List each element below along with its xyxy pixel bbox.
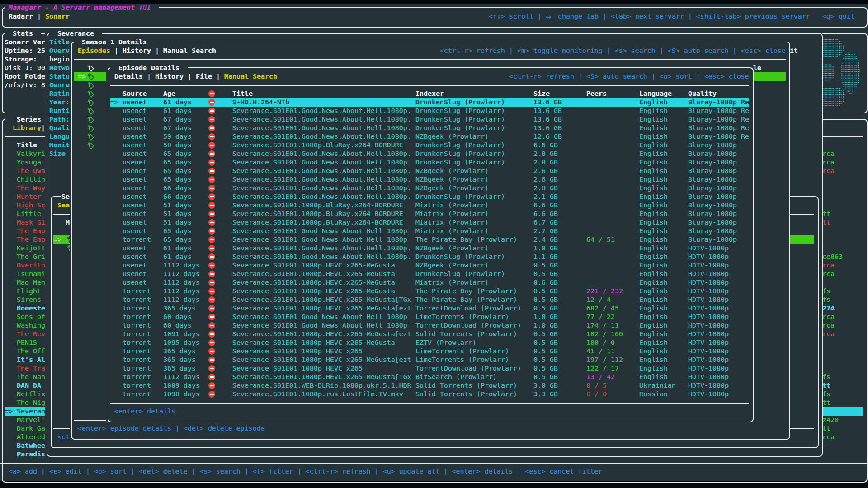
release-quality: HDTV-1080p xyxy=(688,244,729,253)
release-indexer: TorrentDownload (Prowlarr) xyxy=(415,364,521,373)
release-source[interactable]: usenet xyxy=(123,150,147,158)
release-age: 1112 days xyxy=(163,296,200,304)
rejected-icon xyxy=(208,391,215,398)
release-age: 59 days xyxy=(163,132,192,141)
release-quality: Bluray-1080p xyxy=(688,192,737,201)
release-quality: Bluray-1080p xyxy=(688,175,737,184)
release-quality: Bluray-1080p xyxy=(688,201,737,210)
release-indexer: DrunkenSlug (Prowlarr) xyxy=(415,98,505,107)
release-age: 60 days xyxy=(163,313,192,321)
release-source[interactable]: usenet xyxy=(123,175,147,184)
release-source[interactable]: usenet xyxy=(123,210,147,218)
release-language: English xyxy=(639,227,668,235)
release-source[interactable]: usenet xyxy=(123,184,147,192)
release-age: 1112 days xyxy=(163,278,200,287)
release-indexer: Miatrix (Prowlarr) xyxy=(415,210,489,218)
release-size: 1.0 GB xyxy=(533,244,558,253)
release-source[interactable]: usenet xyxy=(123,270,147,278)
release-quality: Bluray-1080p xyxy=(688,167,737,175)
release-source[interactable]: torrent xyxy=(123,356,151,364)
release-source[interactable]: torrent xyxy=(123,304,151,313)
release-source[interactable]: usenet xyxy=(123,278,147,287)
release-source[interactable]: usenet xyxy=(123,201,147,210)
release-size: 6.6 GB xyxy=(533,201,558,210)
rejected-icon xyxy=(208,331,215,338)
release-language: English xyxy=(639,356,668,364)
text: | xyxy=(188,72,192,81)
tab-details[interactable]: Details xyxy=(114,72,143,81)
release-quality: Bluray-1080p Re xyxy=(688,115,749,124)
release-indexer: DrunkenSlug (Prowlarr) xyxy=(415,107,505,115)
rejected-icon xyxy=(208,228,215,235)
rejected-icon xyxy=(208,150,215,157)
release-size: 13.6 GB xyxy=(533,107,562,115)
release-source[interactable]: torrent xyxy=(123,313,151,321)
release-title: Severance.S01E01.Good.News.About.Hell.10… xyxy=(232,107,411,115)
release-quality: HDTV-1080p xyxy=(688,253,729,261)
release-source[interactable]: torrent xyxy=(123,381,151,390)
rejected-icon xyxy=(208,288,215,295)
release-age: 67 days xyxy=(163,115,192,124)
release-age: 65 days xyxy=(163,175,192,184)
release-source[interactable]: torrent xyxy=(123,321,151,330)
release-indexer: Miatrix (Prowlarr) xyxy=(415,218,489,227)
release-quality: HDTV-1080p xyxy=(688,330,729,338)
tab-ep-history[interactable]: History xyxy=(155,72,184,81)
release-indexer: DrunkenSlug (Prowlarr) xyxy=(415,270,505,278)
release-peers: 682 / 45 xyxy=(586,304,619,313)
release-source[interactable]: usenet xyxy=(123,227,147,235)
release-age: 1112 days xyxy=(163,261,200,270)
release-language: English xyxy=(639,304,668,313)
release-source[interactable]: usenet xyxy=(123,141,147,150)
release-title: Severance.S01E01.WEB-DLRip.1080p.ukr.5.1… xyxy=(232,381,411,390)
release-source[interactable]: torrent xyxy=(123,287,151,296)
release-source[interactable]: torrent xyxy=(123,390,151,399)
release-title: Severance.S01E01.Good.News.About.Hell.10… xyxy=(232,115,411,124)
release-source[interactable]: usenet xyxy=(123,124,147,132)
release-source[interactable]: torrent xyxy=(123,330,151,338)
tab-file[interactable]: File xyxy=(196,72,212,81)
release-age: 1090 days xyxy=(163,390,200,399)
release-source[interactable]: usenet xyxy=(123,98,147,107)
release-title: Severance.S01E01.1080p.HEVC.x265-MeGusta… xyxy=(232,330,411,338)
release-source[interactable]: usenet xyxy=(123,192,147,201)
release-language: English xyxy=(639,321,668,330)
release-age: 1091 days xyxy=(163,330,200,338)
release-language: English xyxy=(639,296,668,304)
rejected-icon xyxy=(208,176,215,183)
release-source[interactable]: usenet xyxy=(123,218,147,227)
release-source[interactable]: torrent xyxy=(123,347,151,356)
release-source[interactable]: usenet xyxy=(123,132,147,141)
release-source[interactable]: usenet xyxy=(123,244,147,253)
release-peers: 12 / 4 xyxy=(586,296,611,304)
release-age: 65 days xyxy=(163,227,192,235)
release-source[interactable]: torrent xyxy=(123,235,151,244)
release-source[interactable]: usenet xyxy=(123,253,147,261)
release-source[interactable]: torrent xyxy=(123,373,151,381)
release-source[interactable]: usenet xyxy=(123,115,147,124)
release-title: Severance S01E01 1080p HEVC x265-MeGusta xyxy=(232,287,395,296)
release-age: 65 days xyxy=(163,150,192,158)
release-size: 0.5 GB xyxy=(533,356,558,364)
release-quality: Bluray-1080p xyxy=(688,150,737,158)
release-title: Severance.S01E01.Good.News.About.Hell.10… xyxy=(232,150,411,158)
text: | xyxy=(147,72,151,81)
release-indexer: TorrentDownload (Prowlarr) xyxy=(415,321,521,330)
release-indexer: NZBgeek (Prowlarr) xyxy=(415,244,489,253)
managarr-terminal: Managarr - A Servarr management TUIRadar… xyxy=(0,0,868,488)
tab-ep-manual-search[interactable]: Manual Search xyxy=(224,72,277,81)
release-peers: 102 / 100 xyxy=(586,330,623,338)
release-source[interactable]: torrent xyxy=(123,296,151,304)
release-indexer: Miatrix (Prowlarr) xyxy=(415,278,489,287)
release-source[interactable]: usenet xyxy=(123,158,147,167)
release-source[interactable]: usenet xyxy=(123,107,147,115)
release-source[interactable]: torrent xyxy=(123,364,151,373)
release-source[interactable]: torrent xyxy=(123,338,151,347)
release-source[interactable]: usenet xyxy=(123,167,147,175)
release-title: Severance.S01E01.1080p.HEVC.x265-MeGusta… xyxy=(232,373,411,381)
release-language: English xyxy=(639,107,668,115)
release-title: Severance.S01E01.Good.News.About.Hell.10… xyxy=(232,132,411,141)
release-indexer: NZBgeek (Prowlarr) xyxy=(415,175,489,184)
release-source[interactable]: usenet xyxy=(123,261,147,270)
release-age: 65 days xyxy=(163,235,192,244)
